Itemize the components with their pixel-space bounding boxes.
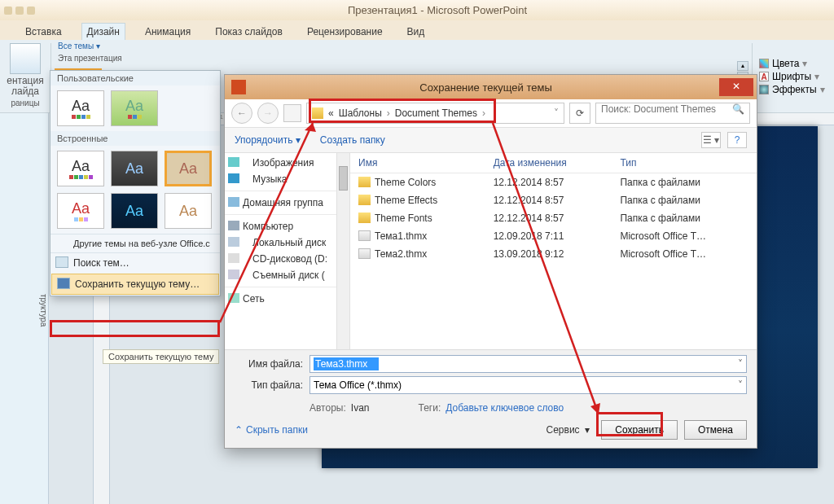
tree-homegroup: Домашняя группа [225, 195, 336, 211]
ribbon-orientation-group: ентациялайда раницы [0, 40, 50, 112]
orientation-icon[interactable] [10, 43, 41, 74]
search-box[interactable]: 🔍 [595, 103, 750, 124]
usb-icon [228, 270, 239, 279]
more-themes-web[interactable]: Другие темы на веб-узле Office.c [50, 234, 220, 252]
new-folder-button[interactable]: Создать папку [320, 134, 385, 146]
filename-dropdown-icon[interactable]: ˅ [738, 358, 743, 370]
tree-computer: Компьютер [225, 218, 336, 234]
col-name[interactable]: Имя [350, 153, 485, 173]
file-row[interactable]: Тема2.thmx13.09.2018 9:12Microsoft Offic… [350, 245, 757, 263]
tree-local-disk: Локальный диск [225, 234, 336, 251]
folder-icon [312, 107, 323, 119]
search-input[interactable] [601, 103, 731, 115]
filetype-value: Тема Office (*.thmx) [314, 379, 402, 391]
tree-images: Изображения [225, 155, 336, 171]
theme-thumb[interactable]: Aa [111, 193, 158, 229]
all-themes-link[interactable]: Все темы ▾ [55, 42, 734, 54]
tree-removable: Съемный диск ( [225, 267, 336, 283]
folder-open-icon [55, 256, 68, 268]
file-row[interactable]: Theme Effects12.12.2014 8:57Папка с файл… [350, 191, 757, 209]
file-list[interactable]: Имя Дата изменения Тип Theme Colors12.12… [350, 153, 757, 349]
computer-icon [228, 221, 239, 230]
theme-colors-button[interactable]: Цвета ▾ [759, 58, 827, 69]
help-button[interactable]: ? [727, 132, 747, 148]
tab-slideshow[interactable]: Показ слайдов [210, 24, 288, 40]
file-row[interactable]: Theme Colors12.12.2014 8:57Папка с файла… [350, 173, 757, 192]
tab-review[interactable]: Рецензирование [302, 24, 388, 40]
filetype-label: Тип файла: [235, 379, 303, 391]
dialog-nav: ← → « Шаблоны› Document Themes› ˅ ⟳ 🔍 [225, 99, 757, 127]
tree-cd-drive: CD-дисковод (D: [225, 251, 336, 267]
save-icon [57, 278, 70, 289]
this-presentation-label: Эта презентация [55, 54, 734, 66]
theme-fonts-button[interactable]: AШрифты ▾ [759, 71, 827, 82]
tab-view[interactable]: Вид [402, 24, 430, 40]
dialog-close-button[interactable]: ✕ [719, 78, 753, 96]
tree-network: Сеть [225, 291, 336, 307]
folder-icon [358, 177, 371, 187]
ribbon-tabs: Вставка Дизайн Анимация Показ слайдов Ре… [0, 20, 834, 40]
tree-scrollbar[interactable] [337, 153, 350, 349]
tab-design[interactable]: Дизайн [81, 23, 125, 40]
powerpoint-icon [231, 80, 246, 94]
filetype-field[interactable]: Тема Office (*.thmx) ˅ [309, 376, 747, 394]
theme-thumb[interactable]: Aa [111, 151, 158, 186]
network-icon [228, 293, 239, 303]
folder-tree[interactable]: Изображения Музыка Домашняя группа Компь… [225, 153, 337, 349]
theme-effects-button[interactable]: Эффекты ▾ [759, 84, 827, 95]
theme-thumb[interactable]: Aa [111, 90, 158, 126]
dialog-toolbar: Упорядочить ▾ Создать папку ☰ ▾ ? [225, 127, 757, 153]
dialog-titlebar: Сохранение текущей темы ✕ [225, 75, 757, 99]
filetype-dropdown-icon[interactable]: ˅ [738, 379, 743, 391]
theme-file-icon [358, 230, 371, 241]
theme-gallery-dropdown: Пользовательские Aa Aa Встроенные Aa Aa … [50, 70, 221, 296]
app-title: Презентация1 - Microsoft PowerPoint [41, 4, 834, 16]
organize-button[interactable]: Упорядочить ▾ [235, 134, 301, 146]
file-row[interactable]: Theme Fonts12.12.2014 8:57Папка с файлам… [350, 209, 757, 227]
dialog-bottom: Имя файла: ˅ Тип файла: Тема Office (*.t… [225, 349, 757, 448]
col-type[interactable]: Тип [612, 153, 757, 173]
filename-label: Имя файла: [235, 358, 303, 370]
save-theme-dialog: Сохранение текущей темы ✕ ← → « Шаблоны›… [224, 74, 757, 449]
col-date[interactable]: Дата изменения [485, 153, 612, 173]
pictures-icon [228, 157, 239, 167]
theme-thumb[interactable]: Aa [57, 151, 104, 186]
save-button[interactable]: Сохранить [601, 420, 678, 440]
drive-icon [228, 237, 239, 247]
theme-scroll-up-icon[interactable]: ▴ [737, 61, 748, 71]
filename-field[interactable]: ˅ [309, 355, 747, 373]
save-current-theme[interactable]: Сохранить текущую тему… [51, 274, 219, 295]
cancel-button[interactable]: Отмена [684, 420, 747, 440]
save-theme-tooltip: Сохранить текущую тему [103, 349, 219, 364]
refresh-button[interactable]: ⟳ [569, 103, 590, 124]
theme-thumb[interactable]: Aa [57, 193, 104, 229]
search-icon: 🔍 [732, 103, 744, 115]
nav-back-button[interactable]: ← [231, 103, 252, 124]
folder-icon [358, 195, 371, 205]
cd-icon [228, 253, 239, 263]
theme-thumb[interactable]: Aa [57, 90, 104, 126]
folder-icon [358, 213, 371, 223]
dialog-title: Сохранение текущей темы [252, 81, 719, 94]
add-tag-link[interactable]: Добавьте ключевое слово [446, 402, 564, 414]
qat [0, 7, 41, 15]
orientation-label: ентациялайда [7, 76, 43, 97]
outline-tab[interactable]: труктура [0, 113, 49, 504]
theme-thumb[interactable]: Aa [165, 151, 212, 186]
file-row[interactable]: Тема1.thmx12.09.2018 7:11Microsoft Offic… [350, 227, 757, 245]
tab-insert[interactable]: Вставка [20, 24, 67, 40]
ribbon-theme-options: Цвета ▾ AШрифты ▾ Эффекты ▾ [753, 40, 834, 112]
tab-animation[interactable]: Анимация [140, 24, 195, 40]
music-icon [228, 173, 239, 183]
theme-thumb[interactable]: Aa [165, 193, 212, 229]
nav-forward-button[interactable]: → [257, 103, 279, 124]
filename-input[interactable] [314, 357, 379, 370]
nav-up-button[interactable] [283, 104, 301, 122]
service-button[interactable]: Сервис ▾ [546, 424, 590, 436]
browse-themes[interactable]: Поиск тем… [50, 252, 220, 273]
tree-music: Музыка [225, 171, 336, 187]
breadcrumb[interactable]: « Шаблоны› Document Themes› ˅ [306, 103, 564, 124]
pages-label: раницы [11, 99, 39, 107]
hide-folders-button[interactable]: ⌃Скрыть папки [235, 424, 308, 436]
view-mode-button[interactable]: ☰ ▾ [701, 132, 721, 148]
